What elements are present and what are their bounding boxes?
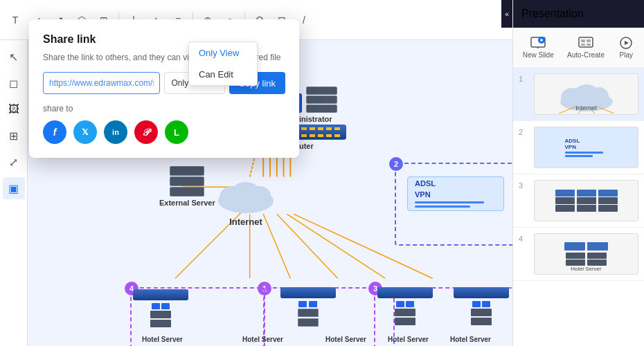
link-input[interactable] — [43, 72, 160, 94]
slide-item-4[interactable]: 4 — [513, 228, 644, 281]
dropdown-only-view[interactable]: Only View — [189, 42, 257, 64]
main-canvas: T ↙ ↗ ⬡ ⊞ | △ ≡ ⊕ ○ Q ⊡ / ↖ ◻ 🖼 ⊞ ⤢ ▣ — [0, 0, 512, 346]
new-slide-btn[interactable]: New Slide — [519, 33, 558, 62]
hotel-label-5: Hotel Server — [450, 336, 491, 343]
right-panel-header: Presentation — [513, 0, 644, 28]
hotel-label-2: Hotel Server — [242, 336, 283, 343]
svg-marker-28 — [625, 41, 629, 45]
slide-4-number: 4 — [519, 233, 530, 243]
slide-2-thumbnail: ADSL VPN — [534, 127, 638, 168]
left-sidebar: ↖ ◻ 🖼 ⊞ ⤢ ▣ — [0, 40, 28, 346]
new-slide-icon — [530, 36, 546, 50]
facebook-icon: f — [53, 127, 57, 138]
box-2-number: 2 — [389, 157, 403, 171]
slide-4-thumbnail: Hotel Server — [534, 233, 638, 275]
twitter-share-btn[interactable]: 𝕏 — [73, 120, 97, 144]
slide-2-number: 2 — [519, 127, 530, 136]
slide-2-adsl-text: ADSL — [565, 138, 608, 144]
svg-rect-24 — [587, 39, 591, 42]
sidebar-image-btn[interactable]: 🖼 — [3, 98, 25, 120]
slide-1-label: Internet — [575, 104, 597, 111]
panel-collapse-btn[interactable] — [501, 0, 512, 28]
play-icon — [618, 36, 634, 50]
sidebar-cursor-btn[interactable]: ↖ — [3, 46, 25, 68]
play-btn[interactable]: Play — [614, 33, 638, 62]
pinterest-share-btn[interactable]: 𝒫 — [134, 120, 158, 144]
ext-server-node: External Server — [159, 166, 215, 207]
new-slide-label: New Slide — [523, 51, 554, 59]
sidebar-table-btn[interactable]: ⊞ — [3, 125, 25, 147]
panel-title: Presentation — [521, 8, 584, 20]
slide-item-1[interactable]: 1 Internet — [513, 68, 644, 121]
share-modal: Share link Share the link to others, and… — [29, 19, 299, 158]
slide-1-number: 1 — [519, 73, 530, 83]
slide-2-vpn-text: VPN — [565, 144, 608, 150]
svg-rect-22 — [579, 37, 593, 47]
social-icons: f 𝕏 in 𝒫 L — [43, 120, 285, 144]
svg-line-10 — [277, 214, 338, 278]
group-3 — [377, 287, 509, 325]
facebook-share-btn[interactable]: f — [43, 120, 66, 144]
hotel-label-4: Hotel Server — [388, 336, 429, 343]
sidebar-expand-btn[interactable]: ⤢ — [3, 151, 25, 173]
adsl-node: ADSL VPN — [407, 176, 504, 211]
auto-create-label: Auto-Create — [567, 51, 605, 59]
auto-create-btn[interactable]: Auto-Create — [563, 33, 609, 62]
auto-create-icon — [578, 36, 594, 50]
sidebar-present-btn[interactable]: ▣ — [3, 177, 25, 199]
svg-rect-25 — [581, 44, 585, 46]
ext-server-label: External Server — [159, 199, 215, 207]
group-1 — [280, 287, 336, 327]
play-label: Play — [620, 51, 633, 59]
right-panel: Presentation New Slide — [512, 0, 644, 346]
sidebar-shape-btn[interactable]: ◻ — [3, 72, 25, 94]
group-4 — [133, 289, 188, 327]
internet-node: Internet — [215, 176, 277, 227]
linkedin-icon: in — [112, 128, 119, 136]
collapse-arrow-icon — [505, 10, 509, 18]
svg-line-11 — [287, 214, 385, 278]
slide-3-thumbnail — [534, 180, 638, 221]
share-to-label: share to — [43, 104, 285, 113]
linkedin-share-btn[interactable]: in — [104, 120, 127, 144]
slide-list: 1 Internet 2 — [513, 68, 644, 346]
cloud-shape-svg — [215, 176, 277, 217]
slide-1-thumbnail: Internet — [534, 73, 638, 115]
twitter-icon: 𝕏 — [82, 127, 89, 137]
internet-label: Internet — [229, 217, 262, 227]
svg-point-32 — [574, 84, 599, 102]
pinterest-icon: 𝒫 — [143, 127, 150, 138]
slide-item-2[interactable]: 2 ADSL VPN — [513, 121, 644, 174]
svg-point-16 — [232, 182, 260, 201]
svg-rect-23 — [581, 39, 585, 42]
view-dropdown: Only View Can Edit — [188, 42, 258, 86]
slide-4-label: Hotel Server — [571, 266, 601, 272]
dropdown-can-edit[interactable]: Can Edit — [189, 64, 257, 85]
panel-toolbar: New Slide Auto-Create Pla — [513, 28, 644, 68]
hotel-label-1: Hotel Server — [142, 336, 183, 343]
svg-rect-26 — [587, 44, 591, 46]
slide-item-3[interactable]: 3 — [513, 174, 644, 228]
toolbar-text-btn[interactable]: T — [6, 10, 25, 30]
slide-3-number: 3 — [519, 180, 530, 190]
hotel-label-3: Hotel Server — [325, 336, 366, 343]
line-icon: L — [174, 127, 179, 138]
line-share-btn[interactable]: L — [165, 120, 188, 144]
